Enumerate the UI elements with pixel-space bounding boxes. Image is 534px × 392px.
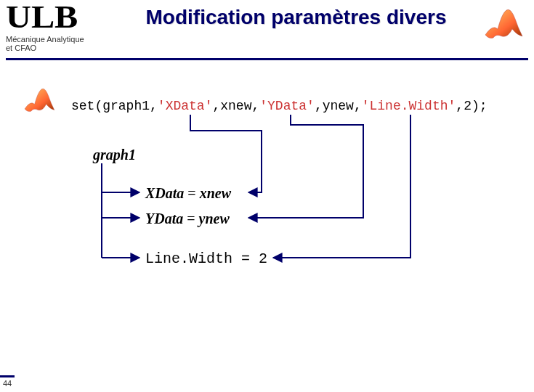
code-suffix: ,2); xyxy=(456,99,487,113)
code-mid1: ,xnew, xyxy=(212,99,259,113)
page-number: 44 xyxy=(3,379,12,388)
row-ydata-eq: = xyxy=(183,211,198,226)
row-linewidth: Line.Width = 2 xyxy=(145,250,267,267)
header-divider xyxy=(6,58,528,60)
logo-block: ULB Mécanique Analytique et CFAO xyxy=(6,3,129,53)
graph-label: graph1 xyxy=(93,147,136,163)
code-string-ydata: 'YData' xyxy=(259,99,315,113)
row-xdata: XData = xnew xyxy=(145,185,231,202)
row-xdata-label: XData xyxy=(145,185,184,201)
subtitle-line2: et CFAO xyxy=(6,44,36,52)
page-title: Modification paramètres divers xyxy=(116,6,476,29)
code-mid2: ,ynew, xyxy=(315,99,362,113)
code-line: set(graph1,'XData',xnew,'YData',ynew,'Li… xyxy=(71,99,488,113)
row-ydata: YData = ynew xyxy=(145,211,230,227)
row-xdata-eq: = xyxy=(184,185,199,201)
row-ydata-value: ynew xyxy=(199,211,230,226)
matlab-small-icon xyxy=(22,86,57,115)
code-string-xdata: 'XData' xyxy=(158,99,213,113)
row-linewidth-eq: = xyxy=(232,250,259,267)
row-linewidth-value: 2 xyxy=(259,250,267,267)
matlab-icon xyxy=(482,6,525,42)
logo-subtitle: Mécanique Analytique et CFAO xyxy=(6,35,129,53)
row-linewidth-label: Line.Width xyxy=(145,250,232,267)
row-xdata-value: xnew xyxy=(200,185,231,201)
subtitle-line1: Mécanique Analytique xyxy=(6,35,84,44)
code-prefix: set(graph1, xyxy=(71,99,158,113)
row-ydata-label: YData xyxy=(145,211,183,226)
page-number-bar xyxy=(0,375,15,377)
code-string-linewidth: 'Line.Width' xyxy=(362,99,456,113)
